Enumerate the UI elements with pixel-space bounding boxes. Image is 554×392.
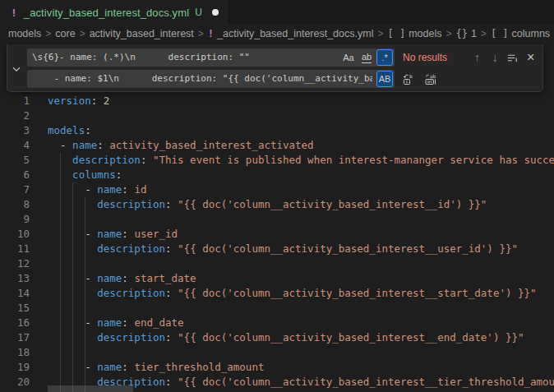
- breadcrumb-label: models: [8, 28, 41, 39]
- code-text: models:: [30, 123, 91, 138]
- code-line[interactable]: 4 - name: activity_based_interest_activa…: [0, 138, 554, 153]
- code-line[interactable]: 1version: 2: [0, 94, 554, 108]
- code-line[interactable]: 9: [0, 212, 554, 227]
- line-number[interactable]: 9: [0, 212, 30, 227]
- git-status-badge: U: [195, 7, 202, 18]
- line-number[interactable]: 13: [0, 271, 30, 286]
- code-text: columns:: [30, 168, 122, 182]
- code-line[interactable]: 10 - name: user_id: [0, 227, 554, 242]
- replace-icon: b c: [402, 72, 415, 85]
- array-symbol-icon: [ ]: [491, 28, 509, 39]
- breadcrumb-separator: >: [377, 28, 383, 39]
- code-line[interactable]: 18: [0, 345, 554, 360]
- breadcrumb-item[interactable]: !_activity_based_interest_docs.yml: [208, 28, 374, 39]
- replace-input[interactable]: - name: $1\n description: "{{ doc('colum…: [27, 70, 395, 88]
- breadcrumb-item[interactable]: [ ]columns: [491, 28, 550, 39]
- breadcrumb-separator: >: [481, 28, 487, 39]
- line-number[interactable]: 7: [0, 182, 30, 197]
- line-number[interactable]: 18: [0, 345, 30, 360]
- code-line[interactable]: 14 description: "{{ doc('column__activit…: [0, 286, 554, 301]
- tab-active-file[interactable]: ! _activity_based_interest_docs.yml U: [0, 0, 229, 25]
- code-text: description: "{{ doc('column__activity_b…: [30, 330, 524, 345]
- breadcrumb-separator: >: [446, 28, 451, 39]
- line-number[interactable]: 6: [0, 168, 30, 182]
- line-number[interactable]: 11: [0, 242, 30, 256]
- code-text: - name: activity_based_interest_activate…: [30, 138, 314, 153]
- code-line[interactable]: 2: [0, 108, 554, 123]
- code-line[interactable]: 6 columns:: [0, 168, 554, 182]
- match-case-button[interactable]: Aa: [340, 49, 357, 66]
- find-row: \s{6}- name: (.*)\n description: "" Aa a…: [27, 48, 538, 67]
- line-number[interactable]: 17: [0, 330, 30, 345]
- breadcrumb-label: _activity_based_interest_docs.yml: [217, 28, 373, 39]
- breadcrumb-item[interactable]: {}1: [455, 28, 476, 39]
- line-number[interactable]: 5: [0, 153, 30, 168]
- breadcrumb-label: 1: [471, 28, 477, 39]
- code-line[interactable]: 13 - name: start_date: [0, 271, 554, 286]
- horizontal-scrollbar-thumb[interactable]: [48, 385, 133, 392]
- results-count: No results: [403, 52, 467, 63]
- replace-input-value: - name: $1\n description: "{{ doc('colum…: [32, 70, 372, 88]
- breadcrumb-item[interactable]: [ ]models: [387, 28, 441, 39]
- line-number[interactable]: 4: [0, 138, 30, 153]
- breadcrumb-label: core: [55, 28, 75, 39]
- array-symbol-icon: [ ]: [387, 28, 405, 39]
- whole-word-button[interactable]: ab: [358, 49, 375, 66]
- line-number[interactable]: 16: [0, 316, 30, 330]
- breadcrumb-item[interactable]: core: [55, 28, 75, 39]
- preserve-case-button[interactable]: AB: [376, 71, 393, 87]
- find-in-selection-button[interactable]: [506, 49, 521, 67]
- previous-match-button[interactable]: ↑: [469, 49, 485, 67]
- code-area[interactable]: 1version: 223models:4 - name: activity_b…: [0, 94, 554, 390]
- code-text: description: "This event is published wh…: [30, 153, 554, 168]
- line-number[interactable]: 14: [0, 286, 30, 301]
- replace-all-button[interactable]: ab ac: [422, 71, 439, 88]
- breadcrumb-item[interactable]: models: [8, 28, 41, 39]
- code-text: - name: end_date: [30, 316, 184, 330]
- breadcrumb-separator: >: [45, 28, 51, 39]
- line-number[interactable]: 1: [0, 94, 30, 108]
- close-button[interactable]: ×: [523, 49, 538, 67]
- line-number[interactable]: 2: [0, 108, 30, 123]
- find-widget: \s{6}- name: (.*)\n description: "" Aa a…: [7, 44, 543, 92]
- code-text: version: 2: [30, 94, 109, 108]
- breadcrumb-label: models: [409, 28, 441, 39]
- code-line[interactable]: 11 description: "{{ doc('column__activit…: [0, 242, 554, 256]
- yaml-file-icon: !: [208, 28, 214, 39]
- line-number[interactable]: 10: [0, 227, 30, 242]
- line-number[interactable]: 19: [0, 360, 30, 375]
- next-match-button[interactable]: ↓: [487, 49, 503, 67]
- svg-text:ac: ac: [427, 78, 433, 84]
- line-number[interactable]: 8: [0, 197, 30, 212]
- replace-button[interactable]: b c: [399, 71, 417, 88]
- code-line[interactable]: 3models:: [0, 123, 554, 138]
- code-line[interactable]: 8 description: "{{ doc('column__activity…: [0, 197, 554, 212]
- editor[interactable]: 1version: 223models:4 - name: activity_b…: [0, 43, 554, 392]
- code-text: - name: start_date: [30, 271, 196, 286]
- line-number[interactable]: 12: [0, 256, 30, 271]
- code-line[interactable]: 5 description: "This event is published …: [0, 153, 554, 168]
- code-line[interactable]: 19 - name: tier_threshold_amount: [0, 360, 554, 375]
- regex-button[interactable]: .*: [376, 49, 393, 66]
- code-line[interactable]: 15: [0, 301, 554, 316]
- line-number[interactable]: 3: [0, 123, 30, 138]
- code-line[interactable]: 12: [0, 256, 554, 271]
- line-number[interactable]: 15: [0, 301, 30, 316]
- find-in-selection-icon: [506, 52, 519, 64]
- code-text: [30, 345, 48, 360]
- toggle-replace-chevron-icon[interactable]: [9, 62, 24, 76]
- replace-all-icon: ab ac: [424, 72, 437, 85]
- tab-title: _activity_based_interest_docs.yml: [24, 7, 189, 19]
- code-line[interactable]: 16 - name: end_date: [0, 316, 554, 330]
- breadcrumb-label: columns: [512, 28, 551, 39]
- code-text: [30, 301, 48, 316]
- breadcrumb-item[interactable]: activity_based_interest: [90, 28, 194, 39]
- code-line[interactable]: 17 description: "{{ doc('column__activit…: [0, 330, 554, 345]
- code-text: - name: user_id: [30, 227, 178, 242]
- code-text: description: "{{ doc('column__activity_b…: [30, 286, 537, 301]
- line-number[interactable]: 20: [0, 375, 30, 390]
- breadcrumb: models>core>activity_based_interest>!_ac…: [0, 25, 554, 43]
- find-input[interactable]: \s{6}- name: (.*)\n description: "" Aa a…: [27, 48, 395, 67]
- code-line[interactable]: 7 - name: id: [0, 182, 554, 197]
- modified-indicator-icon[interactable]: [212, 9, 219, 16]
